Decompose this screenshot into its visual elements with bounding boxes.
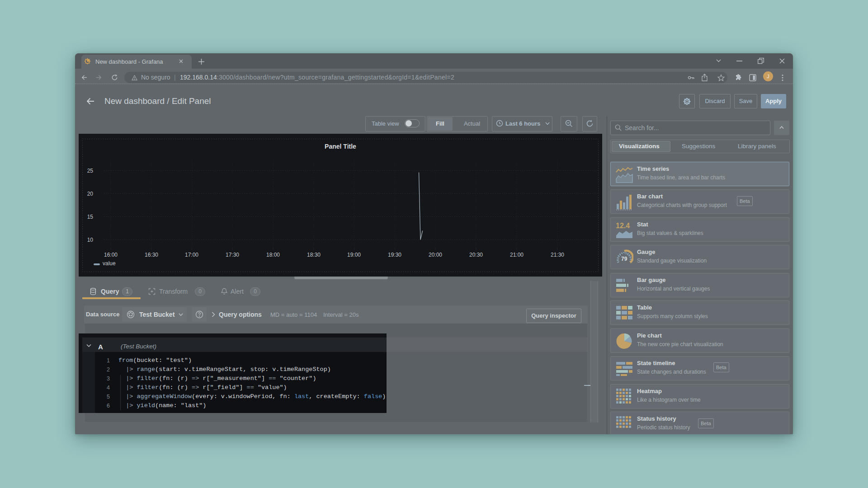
svg-text:79: 79	[621, 256, 627, 262]
svg-text:12.4: 12.4	[616, 222, 630, 230]
